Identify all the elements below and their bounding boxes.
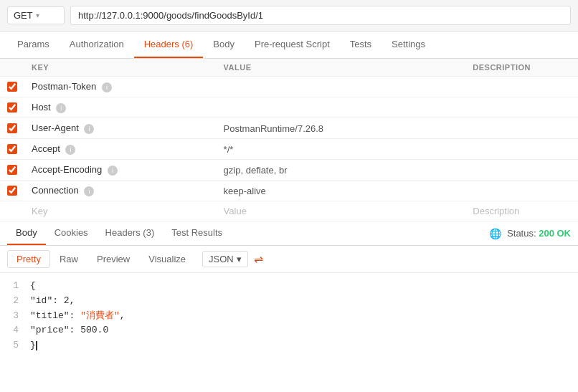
tab-tests[interactable]: Tests xyxy=(340,32,382,58)
row-checkbox[interactable] xyxy=(7,82,17,92)
view-tab-pretty[interactable]: Pretty xyxy=(7,250,50,268)
key-text: Host xyxy=(32,102,51,113)
key-cell: Host i xyxy=(24,97,217,118)
value-text: */* xyxy=(224,144,234,155)
line-number: 5 xyxy=(7,338,19,353)
table-row: Connection i keep-alive xyxy=(0,181,578,201)
key-text: Accept xyxy=(32,143,60,154)
key-cell: Connection i xyxy=(24,181,217,201)
desc-cell xyxy=(465,97,578,118)
response-tab-headers[interactable]: Headers (3) xyxy=(97,221,164,245)
desc-cell xyxy=(465,139,578,160)
checkbox-cell xyxy=(0,97,24,118)
response-tab-cookies[interactable]: Cookies xyxy=(46,221,97,245)
col-desc-header: DESCRIPTION xyxy=(465,59,578,77)
row-checkbox[interactable] xyxy=(7,165,17,175)
format-dropdown[interactable]: JSON ▾ xyxy=(202,251,248,267)
desc-cell xyxy=(465,160,578,181)
checkbox-cell xyxy=(0,181,24,201)
headers-table: KEY VALUE DESCRIPTION Postman-Token i xyxy=(0,59,578,221)
desc-cell xyxy=(465,118,578,139)
checkbox-cell xyxy=(0,139,24,160)
tab-body[interactable]: Body xyxy=(203,32,245,58)
table-row: User-Agent i PostmanRuntime/7.26.8 xyxy=(0,118,578,139)
tab-authorization[interactable]: Authorization xyxy=(60,32,134,58)
status-code: 200 OK xyxy=(539,228,571,239)
table-row: Accept-Encoding i gzip, deflate, br xyxy=(0,160,578,181)
value-cell xyxy=(217,97,466,118)
row-checkbox[interactable] xyxy=(7,102,17,113)
info-icon: i xyxy=(56,103,66,113)
info-icon: i xyxy=(84,124,94,134)
desc-cell xyxy=(465,181,578,201)
checkbox-cell xyxy=(0,118,24,139)
headers-section: KEY VALUE DESCRIPTION Postman-Token i xyxy=(0,59,578,221)
text-cursor xyxy=(36,341,37,350)
line-number: 2 xyxy=(7,294,19,309)
tab-pre-request[interactable]: Pre-request Script xyxy=(245,32,340,58)
view-tab-preview[interactable]: Preview xyxy=(87,250,139,268)
globe-icon: 🌐 xyxy=(489,228,501,239)
view-tab-raw[interactable]: Raw xyxy=(50,250,87,268)
key-cell: Postman-Token i xyxy=(24,77,217,97)
table-row: Accept i */* xyxy=(0,139,578,160)
url-bar: GET ▾ xyxy=(0,0,578,32)
line-content: } xyxy=(30,338,37,353)
response-tab-body[interactable]: Body xyxy=(7,221,46,245)
response-tab-nav: Body Cookies Headers (3) Test Results 🌐 … xyxy=(0,221,578,246)
wrap-icon[interactable]: ⇌ xyxy=(254,252,263,266)
tab-settings[interactable]: Settings xyxy=(382,32,435,58)
table-row: Postman-Token i xyxy=(0,77,578,97)
status-label: Status: 200 OK xyxy=(507,228,571,239)
request-tab-nav: Params Authorization Headers (6) Body Pr… xyxy=(0,32,578,59)
code-line: 5 } xyxy=(7,338,571,353)
code-line: 1 { xyxy=(7,279,571,294)
value-cell xyxy=(217,77,466,97)
response-tab-test-results[interactable]: Test Results xyxy=(163,221,231,245)
url-input[interactable] xyxy=(70,6,571,25)
method-chevron: ▾ xyxy=(36,11,39,19)
checkbox-cell xyxy=(0,160,24,181)
info-icon: i xyxy=(84,186,94,196)
response-right: 🌐 Status: 200 OK xyxy=(489,228,571,239)
placeholder-value[interactable]: Value xyxy=(217,201,466,221)
info-icon: i xyxy=(102,82,112,92)
key-cell: Accept-Encoding i xyxy=(24,160,217,181)
row-checkbox[interactable] xyxy=(7,186,17,196)
key-text: Accept-Encoding xyxy=(32,164,102,175)
row-checkbox[interactable] xyxy=(7,123,17,133)
placeholder-description[interactable]: Description xyxy=(465,201,578,221)
placeholder-key[interactable]: Key xyxy=(24,201,217,221)
method-selector[interactable]: GET ▾ xyxy=(7,6,65,24)
view-tab-visualize[interactable]: Visualize xyxy=(139,250,195,268)
col-value-header: VALUE xyxy=(217,59,466,77)
tab-headers[interactable]: Headers (6) xyxy=(134,32,204,58)
code-area: 1 { 2 "id": 2, 3 "title": "消費者", 4 "pric… xyxy=(0,273,578,359)
format-value: JSON xyxy=(209,254,234,264)
value-text: gzip, deflate, br xyxy=(224,165,288,176)
value-text: PostmanRuntime/7.26.8 xyxy=(224,123,323,134)
line-content: "title": "消費者", xyxy=(30,309,125,324)
key-cell: Accept i xyxy=(24,139,217,160)
view-nav: Pretty Raw Preview Visualize JSON ▾ ⇌ xyxy=(0,246,578,273)
info-icon: i xyxy=(108,166,118,176)
table-row: Host i xyxy=(0,97,578,118)
row-checkbox[interactable] xyxy=(7,144,17,154)
method-text: GET xyxy=(14,10,33,21)
value-cell: gzip, deflate, br xyxy=(217,160,466,181)
code-line: 3 "title": "消費者", xyxy=(7,309,571,324)
checkbox-cell xyxy=(0,77,24,97)
tab-params[interactable]: Params xyxy=(7,32,60,58)
line-content: "price": 500.0 xyxy=(30,323,108,338)
key-text: Connection xyxy=(32,185,79,196)
line-content: { xyxy=(30,279,36,294)
col-check xyxy=(0,59,24,77)
desc-cell xyxy=(465,77,578,97)
value-text: keep-alive xyxy=(224,186,266,196)
placeholder-row: Key Value Description xyxy=(0,201,578,221)
code-line: 4 "price": 500.0 xyxy=(7,323,571,338)
line-number: 1 xyxy=(7,279,19,294)
col-key-header: KEY xyxy=(24,59,217,77)
code-line: 2 "id": 2, xyxy=(7,294,571,309)
format-chevron: ▾ xyxy=(237,254,242,264)
